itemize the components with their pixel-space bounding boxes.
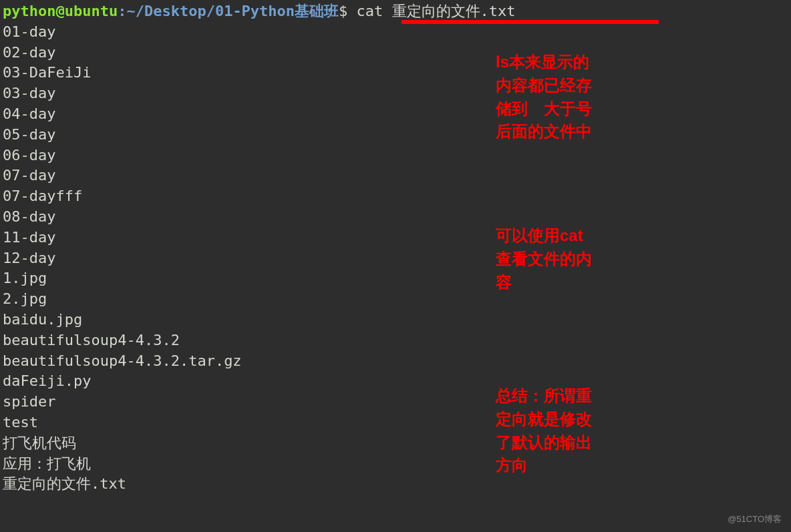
annotation-note-3: 总结：所谓重 定向就是修改 了默认的输出 方向 xyxy=(496,384,592,477)
annotation-text: 总结：所谓重 xyxy=(496,384,592,408)
output-line: 03-DaFeiJi xyxy=(3,63,788,83)
output-line: 12-day xyxy=(3,248,788,269)
command-prompt-line: python@ubuntu:~/Desktop/01-Python基础班$ ca… xyxy=(3,1,788,22)
output-line: beautifulsoup4-4.3.2.tar.gz xyxy=(3,351,788,372)
output-line: daFeiji.py xyxy=(3,371,788,392)
output-line: 04-day xyxy=(3,104,788,125)
prompt-path: ~/Desktop/01-Python基础班 xyxy=(126,3,339,19)
output-line: spider xyxy=(3,392,788,413)
output-line: test xyxy=(3,413,788,433)
command-text: cat 重定向的文件.txt xyxy=(347,3,515,19)
output-line: beautifulsoup4-4.3.2 xyxy=(3,330,788,351)
output-line: 08-day xyxy=(3,207,788,228)
output-line: 07-day xyxy=(3,166,788,186)
output-line: 2.jpg xyxy=(3,289,788,310)
annotation-text: 查看文件的内 xyxy=(496,248,592,271)
annotation-text: 后面的文件中 xyxy=(496,120,592,144)
output-line: baidu.jpg xyxy=(3,310,788,330)
output-line: 打飞机代码 xyxy=(3,433,788,454)
annotation-text: 内容都已经存 xyxy=(496,74,592,97)
terminal-window[interactable]: python@ubuntu:~/Desktop/01-Python基础班$ ca… xyxy=(0,0,791,496)
output-line: 06-day xyxy=(3,146,788,166)
annotation-text: 方向 xyxy=(496,454,592,477)
prompt-dollar: $ xyxy=(339,3,347,19)
output-line: 11-day xyxy=(3,228,788,248)
output-line: 应用：打飞机 xyxy=(3,454,788,475)
output-line: 07-dayfff xyxy=(3,186,788,207)
command-underline-annotation xyxy=(402,20,659,24)
watermark: @51CTO博客 xyxy=(728,513,782,525)
annotation-text: 了默认的输出 xyxy=(496,431,592,455)
annotation-text: ls本来显示的 xyxy=(496,51,592,74)
output-line: 1.jpg xyxy=(3,268,788,289)
annotation-text: 定向就是修改 xyxy=(496,408,592,431)
output-line: 01-day xyxy=(3,22,788,43)
prompt-user-host: python@ubuntu xyxy=(3,3,118,19)
output-line: 03-day xyxy=(3,83,788,104)
annotation-note-2: 可以使用cat 查看文件的内 容 xyxy=(496,224,592,294)
annotation-text: 可以使用cat xyxy=(496,224,592,248)
annotation-text: 容 xyxy=(496,271,592,294)
annotation-text: 储到 大于号 xyxy=(496,97,592,121)
prompt-colon: : xyxy=(118,3,126,19)
output-line: 重定向的文件.txt xyxy=(3,474,788,495)
output-line: 05-day xyxy=(3,125,788,146)
annotation-note-1: ls本来显示的 内容都已经存 储到 大于号 后面的文件中 xyxy=(496,51,592,144)
output-line: 02-day xyxy=(3,43,788,63)
